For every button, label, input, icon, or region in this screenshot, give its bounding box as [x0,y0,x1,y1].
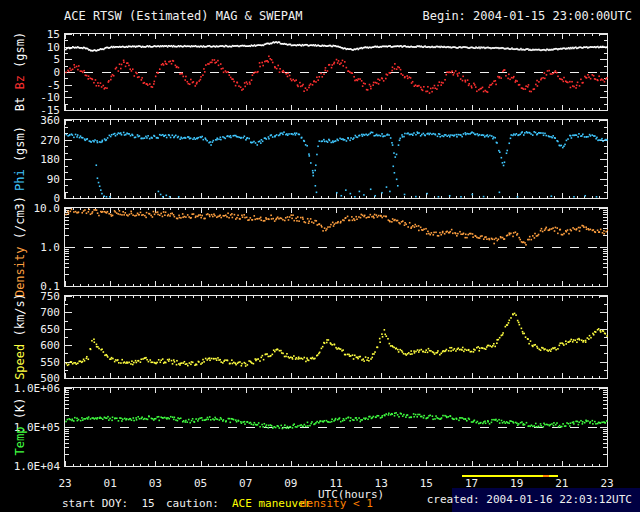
panel-temp-canvas [64,387,608,467]
axis-title-part: (gsm) [13,126,27,169]
axis-title-part: (K) [13,398,27,427]
y-tick-label: 650 [0,323,60,336]
start-doy-label: start DOY: 15 [62,497,155,510]
panel-density-canvas [64,207,608,287]
y-tick-label: 10.0 [0,202,60,215]
axis-title-part: Temp [13,427,27,456]
y-tick-label: 750 [0,290,60,303]
y-tick-label: -10 [0,91,60,104]
y-tick-label: 360 [0,114,60,127]
y-tick-label: 1.0E+06 [0,382,60,395]
x-tick-label: 05 [186,477,216,490]
x-tick-label: 03 [140,477,170,490]
y-tick-label: 600 [0,339,60,352]
x-tick-label: 09 [276,477,306,490]
x-tick-label: 15 [411,477,441,490]
x-tick-label: 01 [95,477,125,490]
created-badge: created: 2004-01-16 22:03:12UTC [452,488,640,512]
y-tick-label: 700 [0,306,60,319]
y-tick-label: 270 [0,134,60,147]
y-tick-label: 1.0 [0,241,60,254]
maneuver-period-bar [462,475,558,477]
caution-label: caution: [166,497,219,510]
y-tick-label: 10 [0,41,60,54]
begin-timestamp: Begin: 2004-01-15 23:00:00UTC [422,9,632,23]
y-tick-label: 550 [0,356,60,369]
panel-axis-title-temp: Temp (K) [13,347,28,507]
density-legend-label: density < 1 [300,497,373,510]
y-tick-label: 5 [0,53,60,66]
y-tick-label: -5 [0,79,60,92]
low-density-period-bar [543,475,549,477]
page-title: ACE RTSW (Estimated) MAG & SWEPAM [64,9,302,23]
y-tick-label: 180 [0,153,60,166]
created-timestamp: created: 2004-01-16 22:03:12UTC [427,493,632,506]
axis-title-part: (gsm) [13,32,27,75]
y-tick-label: 1.0E+05 [0,421,60,434]
y-tick-label: 90 [0,173,60,186]
y-tick-label: 1.0E+04 [0,460,60,473]
x-tick-label: 07 [231,477,261,490]
axis-title-part: (/cm3) [13,196,27,247]
panel-bt-bz-canvas [64,33,608,111]
panel-speed-canvas [64,295,608,379]
y-tick-label: 15 [0,28,60,41]
ace-rtsw-plot: ACE RTSW (Estimated) MAG & SWEPAM Begin:… [0,0,640,512]
x-tick-label: 23 [50,477,80,490]
panel-phi-canvas [64,119,608,199]
y-tick-label: 0 [0,66,60,79]
axis-title-part: (km/s) [13,293,27,344]
